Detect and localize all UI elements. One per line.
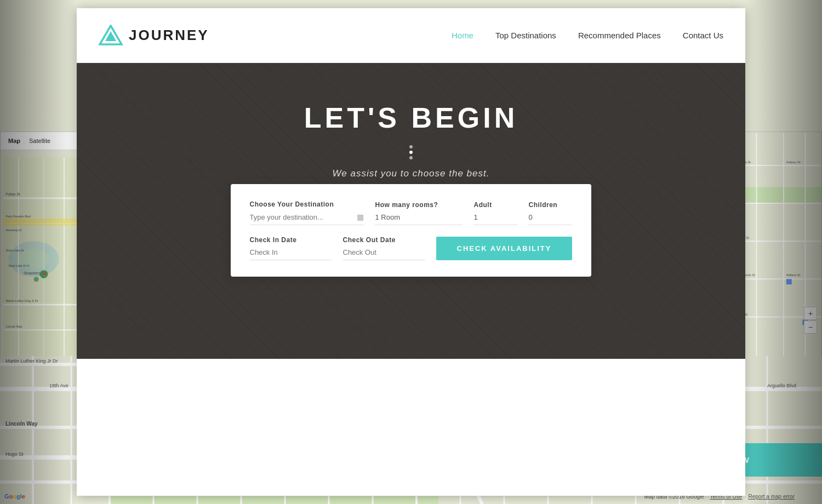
nav-home[interactable]: Home: [452, 31, 473, 40]
svg-text:Willard St: Willard St: [786, 273, 801, 277]
checkin-label: Check In Date: [250, 236, 332, 244]
hero-dots: [304, 145, 518, 159]
svg-text:📍: 📍: [42, 272, 48, 278]
svg-text:Lincoln Way: Lincoln Way: [5, 421, 38, 427]
svg-point-18: [34, 277, 39, 282]
hero-dot-3: [409, 156, 413, 159]
nav-recommended-places[interactable]: Recommended Places: [578, 31, 661, 40]
svg-text:Stow Lake Dr: Stow Lake Dr: [6, 249, 24, 252]
map-left-svg: Fulton St Park Presidio Blvd Kennedy Dr …: [3, 153, 84, 362]
svg-text:Arguello Blvd: Arguello Blvd: [767, 383, 796, 388]
booking-form: Choose Your Destination ▦ How many rooms…: [231, 184, 592, 277]
google-logo: Google: [4, 493, 25, 500]
svg-text:Hugo St: Hugo St: [5, 451, 24, 457]
map-tab-map[interactable]: Map: [6, 136, 22, 145]
calendar-icon: ▦: [357, 213, 364, 221]
adult-label: Adult: [473, 201, 517, 209]
nav-top-destinations[interactable]: Top Destinations: [495, 31, 556, 40]
map-left-panel: Map Satellite: [0, 131, 88, 367]
children-select[interactable]: 0 1 2 3: [528, 213, 572, 225]
destination-input[interactable]: [250, 213, 354, 221]
svg-text:18th Ave: 18th Ave: [49, 383, 68, 388]
rooms-label: How many rooms?: [375, 201, 463, 209]
svg-text:Park Presidio Blvd: Park Presidio Blvd: [6, 215, 31, 218]
map-tab-satellite[interactable]: Satellite: [27, 136, 53, 145]
svg-text:Martin Luther King Jr Dr: Martin Luther King Jr Dr: [6, 299, 38, 302]
checkout-label: Check Out Date: [343, 236, 425, 244]
rooms-select[interactable]: 1 Room 2 Rooms 3 Rooms: [375, 213, 463, 225]
hero-dot-1: [409, 145, 413, 148]
svg-text:Lincoln Way: Lincoln Way: [6, 325, 22, 328]
checkin-input[interactable]: [250, 248, 332, 256]
svg-text:Fulton St: Fulton St: [6, 192, 20, 196]
svg-rect-11: [3, 219, 84, 226]
check-availability-button[interactable]: CHECK AVAILABILITY: [436, 237, 573, 260]
svg-text:Stow Lake Dr E: Stow Lake Dr E: [8, 264, 30, 267]
destination-group: Choose Your Destination ▦: [250, 201, 364, 225]
checkin-input-wrapper: [250, 248, 332, 260]
svg-text:Martin Luther King Jr Dr: Martin Luther King Jr Dr: [5, 358, 58, 364]
checkout-input-wrapper: [343, 248, 425, 260]
adult-select[interactable]: 1 2 3 4: [473, 213, 517, 225]
report-link[interactable]: Report a map error: [749, 494, 795, 500]
rooms-group: How many rooms? 1 Room 2 Rooms 3 Rooms: [375, 201, 463, 225]
navigation: Home Top Destinations Recommended Places…: [452, 31, 723, 40]
logo-text: JOURNEY: [129, 27, 209, 44]
hero-subtitle: We assist you to choose the best.: [304, 168, 518, 179]
hero-title: LET'S BEGIN: [304, 101, 518, 134]
svg-rect-39: [786, 279, 792, 284]
checkin-group: Check In Date: [250, 236, 332, 260]
children-group: Children 0 1 2 3: [528, 201, 572, 225]
nav-contact-us[interactable]: Contact Us: [683, 31, 723, 40]
form-row-bottom: Check In Date Check Out Date CHECK AVAIL…: [250, 236, 573, 260]
adult-group: Adult 1 2 3 4: [473, 201, 517, 225]
form-row-top: Choose Your Destination ▦ How many rooms…: [250, 201, 573, 225]
destination-label: Choose Your Destination: [250, 201, 364, 208]
map-right-panel: Hayes St Asbury St Page St Frederick St …: [734, 131, 822, 367]
destination-input-wrapper: ▦: [250, 213, 364, 225]
logo-icon: [99, 25, 123, 47]
main-content: JOURNEY Home Top Destinations Recommende…: [77, 8, 745, 496]
logo[interactable]: JOURNEY: [99, 25, 209, 47]
hero-section: LET'S BEGIN We assist you to choose the …: [77, 63, 745, 359]
svg-text:Asbury St: Asbury St: [786, 161, 801, 164]
svg-text:Kennedy Dr: Kennedy Dr: [6, 228, 22, 232]
children-label: Children: [528, 201, 572, 209]
checkout-input[interactable]: [343, 248, 425, 256]
zoom-out-right[interactable]: −: [804, 320, 817, 334]
svg-rect-24: [735, 187, 821, 203]
header: JOURNEY Home Top Destinations Recommende…: [77, 8, 745, 63]
map-zoom-right: + −: [804, 307, 817, 334]
hero-dot-2: [409, 151, 413, 154]
zoom-in-right[interactable]: +: [804, 307, 817, 320]
booking-form-wrapper: Choose Your Destination ▦ How many rooms…: [231, 184, 592, 277]
checkout-group: Check Out Date: [343, 236, 425, 260]
